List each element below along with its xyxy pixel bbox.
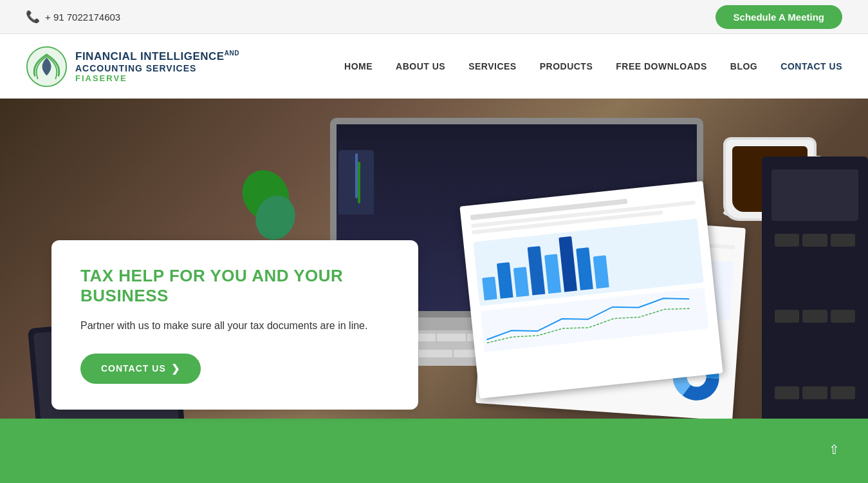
phone-number: + 91 7022174603 <box>45 12 120 23</box>
hero-card: TAX HELP FOR YOU AND YOUR BUSINESS Partn… <box>51 240 418 410</box>
phone-contact: 📞 + 91 7022174603 <box>26 10 120 24</box>
papers-area <box>443 193 752 431</box>
pen-holder <box>338 150 374 214</box>
logo-icon <box>26 46 68 88</box>
logo: FINANCIAL INTELLIGENCEAND ACCOUNTING SER… <box>26 46 239 88</box>
hero-section: TAX HELP FOR YOU AND YOUR BUSINESS Partn… <box>0 99 868 483</box>
header: FINANCIAL INTELLIGENCEAND ACCOUNTING SER… <box>0 34 868 99</box>
contact-us-button[interactable]: CONTACT US ❯ <box>80 354 201 384</box>
main-nav: HOME ABOUT US SERVICES PRODUCTS FREE DOW… <box>344 61 842 71</box>
logo-title-line1: FINANCIAL INTELLIGENCEAND <box>75 50 239 63</box>
logo-brand: FIASERVE <box>75 73 239 83</box>
nav-products[interactable]: PRODUCTS <box>540 61 593 71</box>
phone-icon: 📞 <box>26 10 40 24</box>
chevron-up-icon: ⇧ <box>829 442 840 457</box>
hero-card-text: Partner with us to make sure all your ta… <box>80 317 389 334</box>
nav-about-us[interactable]: ABOUT US <box>396 61 445 71</box>
plant <box>243 169 295 240</box>
nav-services[interactable]: SERVICES <box>468 61 517 71</box>
arrow-icon: ❯ <box>171 363 180 375</box>
paper-1 <box>459 181 723 399</box>
schedule-meeting-button[interactable]: Schedule A Meeting <box>716 5 842 29</box>
logo-title-line2: ACCOUNTING SERVICES <box>75 63 239 73</box>
top-bar: 📞 + 91 7022174603 Schedule A Meeting <box>0 0 868 34</box>
contact-us-button-label: CONTACT US <box>101 363 166 374</box>
nav-blog[interactable]: BLOG <box>730 61 757 71</box>
nav-home[interactable]: HOME <box>344 61 373 71</box>
hero-card-title: TAX HELP FOR YOU AND YOUR BUSINESS <box>80 266 389 306</box>
green-accent-bar <box>0 419 868 483</box>
nav-contact-us[interactable]: CONTACT US <box>780 61 842 71</box>
nav-free-downloads[interactable]: FREE DOWNLOADS <box>616 61 707 71</box>
logo-text: FINANCIAL INTELLIGENCEAND ACCOUNTING SER… <box>75 50 239 83</box>
scroll-to-top-button[interactable]: ⇧ <box>820 435 849 464</box>
